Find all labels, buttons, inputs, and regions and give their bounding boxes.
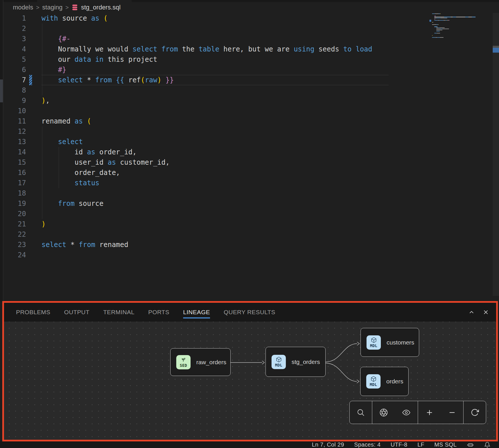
node-label: customers bbox=[387, 339, 414, 346]
tab-problems[interactable]: PROBLEMS bbox=[16, 303, 50, 322]
code-editor[interactable]: 123456789101112131415161718192021222324 … bbox=[3, 13, 499, 301]
overview-ruler-modified bbox=[493, 48, 499, 53]
badge-label: MDL bbox=[370, 343, 377, 348]
code-line bbox=[41, 23, 372, 34]
copilot-icon bbox=[467, 441, 474, 448]
code-line bbox=[41, 229, 372, 240]
status-eol[interactable]: LF bbox=[417, 441, 424, 448]
code-line: id as order_id, bbox=[41, 147, 372, 157]
visibility-button[interactable] bbox=[396, 403, 416, 423]
editor-scrollbar[interactable] bbox=[493, 13, 499, 296]
line-number: 22 bbox=[3, 229, 26, 240]
lineage-node-customers[interactable]: MDL customers bbox=[361, 328, 419, 357]
lineage-canvas[interactable]: SED raw_orders MDL stg_orders bbox=[4, 322, 496, 440]
line-number: 7 bbox=[3, 75, 26, 85]
line-number: 8 bbox=[3, 85, 26, 95]
line-number: 19 bbox=[3, 198, 26, 209]
left-scroll-strip[interactable] bbox=[0, 0, 3, 301]
scroll-thumb[interactable] bbox=[0, 79, 3, 102]
chevron-up-icon bbox=[470, 311, 473, 313]
code-line bbox=[41, 126, 372, 137]
tab-query-results[interactable]: QUERY RESULTS bbox=[224, 303, 275, 322]
line-number: 1 bbox=[3, 13, 26, 23]
line-number: 21 bbox=[3, 219, 26, 229]
zoom-in-button[interactable] bbox=[419, 403, 439, 423]
line-number: 10 bbox=[3, 106, 26, 116]
node-label: orders bbox=[386, 378, 403, 385]
line-number: 13 bbox=[3, 137, 26, 147]
breadcrumb-item-staging[interactable]: staging bbox=[42, 4, 63, 11]
code-line: select * from {{ ref(raw) }} bbox=[41, 75, 372, 85]
status-cursor-position[interactable]: Ln 7, Col 29 bbox=[312, 441, 344, 448]
code-line bbox=[41, 106, 372, 116]
line-number: 11 bbox=[3, 116, 26, 126]
lineage-node-raw_orders[interactable]: SED raw_orders bbox=[170, 348, 231, 376]
tab-lineage[interactable]: LINEAGE bbox=[183, 303, 210, 322]
minimap-modified-marker bbox=[429, 20, 431, 22]
search-button[interactable] bbox=[351, 403, 371, 423]
bottom-panel: PROBLEMS OUTPUT TERMINAL PORTS LINEAGE Q… bbox=[2, 301, 498, 441]
line-number: 15 bbox=[3, 157, 26, 168]
tab-bar-sliver bbox=[0, 0, 499, 2]
tab-ports[interactable]: PORTS bbox=[148, 303, 169, 322]
bell-icon bbox=[484, 442, 490, 448]
tab-terminal[interactable]: TERMINAL bbox=[103, 303, 134, 322]
notifications-button[interactable] bbox=[484, 442, 490, 448]
breadcrumb-item-models[interactable]: models bbox=[13, 4, 33, 11]
line-number: 3 bbox=[3, 34, 26, 44]
code-line: with source as ( bbox=[41, 13, 372, 23]
line-number: 24 bbox=[3, 250, 26, 260]
active-tab-sliver bbox=[37, 0, 132, 2]
status-encoding[interactable]: UTF-8 bbox=[391, 441, 407, 448]
lineage-node-stg_orders[interactable]: MDL stg_orders bbox=[266, 347, 326, 377]
node-label: raw_orders bbox=[196, 359, 226, 366]
model-badge: MDL bbox=[272, 355, 286, 369]
code-line: {#- bbox=[41, 34, 372, 44]
code-line bbox=[41, 209, 372, 219]
badge-label: MDL bbox=[370, 382, 377, 387]
refresh-button[interactable] bbox=[465, 403, 485, 423]
code-line: status bbox=[41, 178, 372, 188]
line-number: 23 bbox=[3, 240, 26, 250]
database-icon bbox=[72, 4, 78, 11]
model-badge: MDL bbox=[366, 374, 381, 389]
panel-tab-bar: PROBLEMS OUTPUT TERMINAL PORTS LINEAGE Q… bbox=[4, 303, 496, 322]
line-number: 16 bbox=[3, 168, 26, 178]
code-line: select bbox=[41, 137, 372, 147]
code-line: order_date, bbox=[41, 168, 372, 178]
code-line: ), bbox=[41, 95, 372, 106]
code-line: our data in this project bbox=[41, 54, 372, 65]
sprout-icon bbox=[180, 357, 187, 363]
lineage-node-orders[interactable]: MDL orders bbox=[360, 367, 409, 396]
breadcrumb-item-file[interactable]: stg_orders.sql bbox=[81, 4, 120, 11]
copilot-button[interactable] bbox=[467, 441, 474, 448]
code-line: renamed as ( bbox=[41, 116, 372, 126]
breadcrumb-separator: > bbox=[36, 4, 39, 11]
panel-close-button[interactable] bbox=[482, 309, 489, 316]
status-language-mode[interactable]: MS SQL bbox=[434, 441, 457, 448]
aperture-button[interactable] bbox=[374, 403, 394, 423]
gutter: 123456789101112131415161718192021222324 bbox=[3, 13, 26, 260]
cube-icon bbox=[276, 357, 282, 363]
code-line: #} bbox=[41, 65, 372, 75]
minimap[interactable] bbox=[432, 13, 489, 39]
status-indentation[interactable]: Spaces: 4 bbox=[354, 441, 381, 448]
line-number: 12 bbox=[3, 126, 26, 137]
line-number: 18 bbox=[3, 188, 26, 198]
eye-icon bbox=[402, 409, 411, 417]
code-line: from source bbox=[41, 198, 372, 209]
badge-label: MDL bbox=[275, 363, 282, 367]
breadcrumb: models > staging > stg_orders.sql bbox=[3, 2, 120, 13]
code-line: user_id as customer_id, bbox=[41, 157, 372, 168]
code-line: Normally we would select from the table … bbox=[41, 44, 372, 54]
line-number: 20 bbox=[3, 209, 26, 219]
code-line: ) bbox=[41, 219, 372, 229]
modified-line-marker bbox=[29, 75, 32, 85]
tab-output[interactable]: OUTPUT bbox=[64, 303, 90, 322]
minus-icon bbox=[448, 408, 456, 417]
panel-maximize-button[interactable] bbox=[468, 309, 475, 316]
node-label: stg_orders bbox=[292, 359, 320, 365]
zoom-out-button[interactable] bbox=[442, 403, 462, 423]
code-line bbox=[41, 250, 372, 260]
vscode-window: models > staging > stg_orders.sql 123456… bbox=[0, 0, 499, 448]
